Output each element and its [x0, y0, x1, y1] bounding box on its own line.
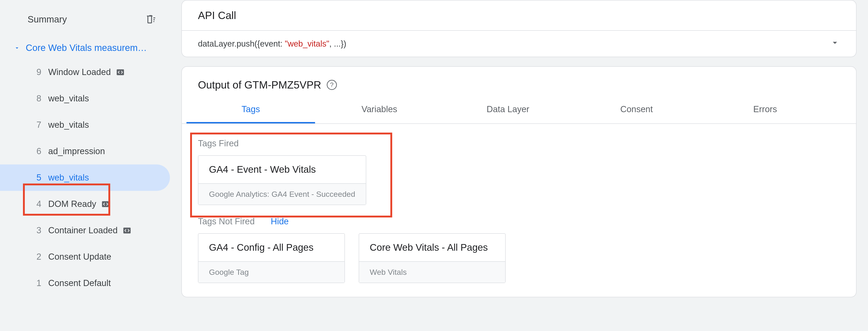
main: API Call dataLayer.push({event: "web_vit… [170, 0, 868, 331]
event-label: Consent Update [41, 252, 112, 262]
api-call-code: dataLayer.push({event: "web_vitals", ...… [198, 39, 346, 48]
sidebar-event[interactable]: 2Consent Update [0, 243, 170, 270]
event-number: 6 [28, 146, 41, 156]
tag-name: Core Web Vitals - All Pages [359, 234, 505, 261]
tag-meta: Web Vitals [359, 261, 505, 283]
tag-card[interactable]: GA4 - Event - Web VitalsGoogle Analytics… [198, 155, 366, 205]
sidebar-event[interactable]: 4DOM Ready [0, 191, 170, 217]
event-number: 8 [28, 94, 41, 103]
tab-data-layer[interactable]: Data Layer [444, 96, 572, 123]
event-label: web_vitals [41, 120, 89, 130]
event-number: 4 [28, 199, 41, 209]
sidebar-event[interactable]: 6ad_impression [0, 138, 170, 164]
code-icon [116, 68, 125, 77]
tag-meta: Google Tag [198, 261, 344, 283]
tab-consent[interactable]: Consent [572, 96, 701, 123]
tab-errors[interactable]: Errors [701, 96, 830, 123]
sidebar-event[interactable]: 8web_vitals [0, 85, 170, 112]
code-icon [123, 226, 131, 235]
sidebar-event[interactable]: 3Container Loaded [0, 217, 170, 243]
event-label: web_vitals [41, 173, 89, 183]
api-call-card: API Call dataLayer.push({event: "web_vit… [181, 0, 857, 57]
sidebar-group[interactable]: Core Web Vitals measurem… [0, 38, 170, 57]
output-body: Tags Fired GA4 - Event - Web VitalsGoogl… [182, 124, 856, 297]
tags-not-fired-title: Tags Not Fired [198, 217, 255, 226]
event-label: ad_impression [41, 146, 105, 156]
tab-variables[interactable]: Variables [315, 96, 444, 123]
clear-button[interactable] [145, 14, 156, 25]
event-number: 2 [28, 252, 41, 262]
sidebar: Summary Core Web Vitals measurem… 9Windo… [0, 0, 170, 331]
event-label: DOM Ready [41, 199, 96, 209]
code-icon [101, 200, 110, 208]
expand-button[interactable] [830, 38, 840, 50]
tag-card[interactable]: GA4 - Config - All PagesGoogle Tag [198, 233, 345, 283]
event-number: 5 [28, 173, 41, 183]
tag-card[interactable]: Core Web Vitals - All PagesWeb Vitals [359, 233, 506, 283]
svg-rect-1 [102, 201, 109, 207]
event-number: 9 [28, 67, 41, 77]
tag-name: GA4 - Config - All Pages [198, 234, 344, 261]
chevron-down-icon [830, 38, 840, 48]
event-label: Window Loaded [41, 67, 111, 77]
api-call-title: API Call [182, 0, 856, 30]
event-label: web_vitals [41, 94, 89, 103]
caret-down-icon [14, 45, 20, 51]
tags-fired-title: Tags Fired [198, 138, 840, 148]
tag-name: GA4 - Event - Web Vitals [198, 156, 366, 183]
tab-tags[interactable]: Tags [186, 96, 315, 123]
event-number: 3 [28, 226, 41, 235]
api-call-code-row[interactable]: dataLayer.push({event: "web_vitals", ...… [182, 30, 856, 57]
sidebar-event[interactable]: 1Consent Default [0, 270, 170, 296]
sidebar-title: Summary [28, 14, 67, 25]
sidebar-event[interactable]: 9Window Loaded [0, 59, 170, 85]
event-label: Container Loaded [41, 226, 118, 235]
event-number: 1 [28, 278, 41, 288]
delete-sweep-icon [145, 14, 156, 25]
output-title: Output of GTM-PMZ5VPR [198, 79, 321, 91]
event-number: 7 [28, 120, 41, 130]
sidebar-event[interactable]: 5web_vitals [0, 164, 170, 191]
tabs: TagsVariablesData LayerConsentErrors [182, 96, 856, 124]
output-card: Output of GTM-PMZ5VPR ? TagsVariablesDat… [181, 66, 857, 297]
sidebar-event[interactable]: 7web_vitals [0, 112, 170, 138]
sidebar-group-label: Core Web Vitals measurem… [26, 43, 147, 53]
help-icon[interactable]: ? [327, 80, 337, 90]
tag-meta: Google Analytics: GA4 Event - Succeeded [198, 183, 366, 205]
event-label: Consent Default [41, 278, 111, 288]
hide-link[interactable]: Hide [271, 217, 289, 226]
